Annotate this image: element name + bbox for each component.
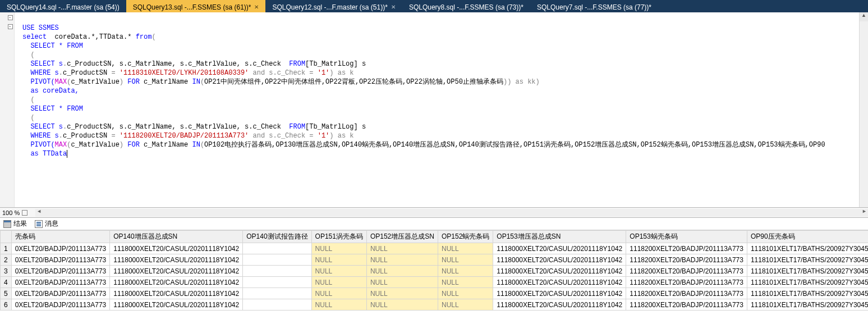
cell[interactable]: 1118000XELT20/CASUL/20201118Y1042 bbox=[110, 299, 243, 311]
cell[interactable]: 1118200XELT20/BADJP/201113A773 bbox=[626, 243, 747, 254]
tab-sqlquery14[interactable]: SQLQuery14.sql -...F.master (sa (54)) bbox=[0, 0, 126, 12]
cell[interactable]: 0XELT20/BADJP/201113A773 bbox=[11, 299, 110, 311]
cell[interactable]: 0XELT20/BADJP/201113A773 bbox=[11, 266, 110, 277]
cell[interactable]: 1118200XELT20/BADJP/201113A773 bbox=[626, 266, 747, 277]
cell[interactable]: 1118101XELT17/BATHS/200927Y3045 bbox=[747, 277, 868, 288]
cell[interactable]: 1118101XELT17/BATHS/200927Y3045 bbox=[747, 254, 868, 266]
results-grid[interactable]: 壳条码OP140增压器总成SNOP140测试报告路径OP151涡壳条码OP152… bbox=[0, 230, 868, 324]
zoom-dropdown-icon[interactable] bbox=[22, 210, 27, 216]
cell[interactable]: 1118000XELT20/CASUL/20201118Y1042 bbox=[493, 243, 626, 254]
column-header[interactable]: OP153增压器总成SN bbox=[493, 231, 626, 243]
tab-sqlquery13[interactable]: SQLQuery13.sql -...F.SSMES (sa (61))*✕ bbox=[126, 0, 266, 12]
row-number[interactable]: 1 bbox=[1, 243, 12, 254]
cell[interactable]: 1118101XELT17/BATHS/200927Y3045 bbox=[747, 266, 868, 277]
cell[interactable]: 1118000XELT20/CASUL/20201118Y1042 bbox=[493, 288, 626, 299]
table-row[interactable]: 10XELT20/BADJP/201113A7731118000XELT20/C… bbox=[1, 243, 869, 254]
scroll-up-icon[interactable]: ▲ bbox=[860, 12, 868, 21]
t: ) bbox=[120, 78, 127, 86]
row-number[interactable]: 4 bbox=[1, 277, 12, 288]
column-header[interactable]: OP152蜗壳条码 bbox=[438, 231, 493, 243]
cell[interactable]: 1118101XELT17/BATHS/200927Y3045 bbox=[747, 243, 868, 254]
cell[interactable]: NULL bbox=[438, 288, 493, 299]
cell[interactable] bbox=[243, 299, 311, 311]
column-header[interactable]: 壳条码 bbox=[11, 231, 110, 243]
tab-label: SQLQuery13.sql -...F.SSMES (sa (61))* bbox=[133, 3, 251, 11]
cell[interactable] bbox=[243, 243, 311, 254]
cell[interactable]: 0XELT20/BADJP/201113A773 bbox=[11, 243, 110, 254]
cell[interactable]: NULL bbox=[311, 254, 366, 266]
cell[interactable]: NULL bbox=[438, 277, 493, 288]
horizontal-scrollbar[interactable] bbox=[35, 209, 868, 217]
t: WHERE s bbox=[22, 69, 59, 77]
cell[interactable]: 1118000XELT20/CASUL/20201118Y1042 bbox=[110, 266, 243, 277]
close-icon[interactable]: ✕ bbox=[254, 4, 259, 10]
row-number[interactable]: 5 bbox=[1, 288, 12, 299]
sql-editor[interactable]: USE SSMES select coreData.*,TTData.* fro… bbox=[0, 12, 868, 208]
cell[interactable]: 1118000XELT20/CASUL/20201118Y1042 bbox=[110, 243, 243, 254]
close-icon[interactable]: ✕ bbox=[391, 4, 396, 10]
cell[interactable]: NULL bbox=[438, 254, 493, 266]
table-row[interactable]: 60XELT20/BADJP/201113A7731118000XELT20/C… bbox=[1, 299, 869, 311]
cell[interactable]: NULL bbox=[366, 277, 438, 288]
cell[interactable]: 1118101XELT17/BATHS/200927Y3045 bbox=[747, 299, 868, 311]
cell[interactable]: 1118000XELT20/CASUL/20201118Y1042 bbox=[110, 288, 243, 299]
table-row[interactable]: 30XELT20/BADJP/201113A7731118000XELT20/C… bbox=[1, 266, 869, 277]
cell[interactable]: 0XELT20/BADJP/201113A773 bbox=[11, 277, 110, 288]
cell[interactable]: NULL bbox=[311, 277, 366, 288]
editor-text[interactable]: USE SSMES select coreData.*,TTData.* fro… bbox=[15, 15, 859, 207]
cell[interactable]: 1118101XELT17/BATHS/200927Y3045 bbox=[747, 288, 868, 299]
fold-icon[interactable] bbox=[8, 15, 13, 20]
row-number[interactable]: 3 bbox=[1, 266, 12, 277]
column-header[interactable]: OP153蜗壳条码 bbox=[626, 231, 747, 243]
cell[interactable]: 1118000XELT20/CASUL/20201118Y1042 bbox=[110, 277, 243, 288]
cell[interactable]: NULL bbox=[366, 266, 438, 277]
fold-icon[interactable] bbox=[8, 24, 13, 29]
table-row[interactable]: 50XELT20/BADJP/201113A7731118000XELT20/C… bbox=[1, 288, 869, 299]
cell[interactable]: NULL bbox=[366, 243, 438, 254]
cell[interactable]: NULL bbox=[366, 288, 438, 299]
cell[interactable]: 1118000XELT20/CASUL/20201118Y1042 bbox=[110, 254, 243, 266]
cell[interactable]: NULL bbox=[366, 254, 438, 266]
cell[interactable]: 1118000XELT20/CASUL/20201118Y1042 bbox=[493, 254, 626, 266]
table-row[interactable]: 40XELT20/BADJP/201113A7731118000XELT20/C… bbox=[1, 277, 869, 288]
cell[interactable]: NULL bbox=[311, 299, 366, 311]
cell[interactable]: 1118000XELT20/CASUL/20201118Y1042 bbox=[493, 299, 626, 311]
cell[interactable] bbox=[243, 277, 311, 288]
column-header[interactable]: OP140增压器总成SN bbox=[110, 231, 243, 243]
cell[interactable] bbox=[243, 254, 311, 266]
cell[interactable]: NULL bbox=[438, 299, 493, 311]
tab-results[interactable]: 结果 bbox=[3, 219, 27, 229]
cell[interactable] bbox=[243, 288, 311, 299]
t: c_MatrlValue bbox=[71, 78, 119, 86]
vertical-scrollbar[interactable]: ▲ bbox=[859, 12, 868, 207]
column-header[interactable]: OP90压壳条码 bbox=[747, 231, 868, 243]
zoom-level[interactable]: 100 % bbox=[2, 209, 20, 216]
cell[interactable]: 1118200XELT20/BADJP/201113A773 bbox=[626, 254, 747, 266]
cell[interactable] bbox=[243, 266, 311, 277]
cell[interactable]: NULL bbox=[311, 288, 366, 299]
row-header-corner[interactable] bbox=[1, 231, 12, 243]
cell[interactable]: 1118000XELT20/CASUL/20201118Y1042 bbox=[493, 277, 626, 288]
tab-sqlquery12[interactable]: SQLQuery12.sql -...F.master (sa (51))*✕ bbox=[265, 0, 402, 12]
column-header[interactable]: OP140测试报告路径 bbox=[243, 231, 311, 243]
cell[interactable]: NULL bbox=[311, 243, 366, 254]
table-row[interactable]: 20XELT20/BADJP/201113A7731118000XELT20/C… bbox=[1, 254, 869, 266]
cell[interactable]: 1118200XELT20/BADJP/201113A773 bbox=[626, 288, 747, 299]
tab-messages[interactable]: 消息 bbox=[35, 219, 58, 229]
column-header[interactable]: OP152增压器总成SN bbox=[366, 231, 438, 243]
row-number[interactable]: 2 bbox=[1, 254, 12, 266]
tab-sqlquery8[interactable]: SQLQuery8.sql -...F.SSMES (sa (73))* bbox=[402, 0, 530, 12]
cell[interactable]: 1118000XELT20/CASUL/20201118Y1042 bbox=[493, 266, 626, 277]
cell[interactable]: NULL bbox=[366, 299, 438, 311]
cell[interactable]: 1118200XELT20/BADJP/201113A773 bbox=[626, 299, 747, 311]
row-number[interactable]: 6 bbox=[1, 299, 12, 311]
t: select bbox=[22, 33, 47, 41]
cell[interactable]: NULL bbox=[311, 266, 366, 277]
tab-sqlquery7[interactable]: SQLQuery7.sql -...F.SSMES (sa (77))* bbox=[530, 0, 658, 12]
cell[interactable]: NULL bbox=[438, 266, 493, 277]
cell[interactable]: 1118200XELT20/BADJP/201113A773 bbox=[626, 277, 747, 288]
cell[interactable]: 0XELT20/BADJP/201113A773 bbox=[11, 254, 110, 266]
cell[interactable]: 0XELT20/BADJP/201113A773 bbox=[11, 288, 110, 299]
cell[interactable]: NULL bbox=[438, 243, 493, 254]
column-header[interactable]: OP151涡壳条码 bbox=[311, 231, 366, 243]
